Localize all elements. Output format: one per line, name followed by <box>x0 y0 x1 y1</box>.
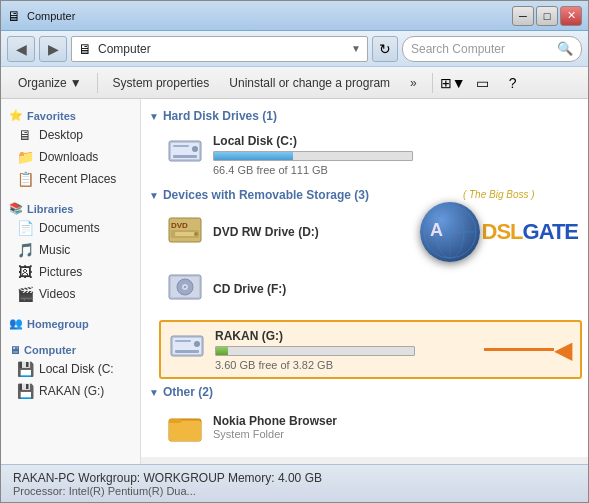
file-list-wrapper: ▼ Hard Disk Drives (1) Lo <box>141 99 588 464</box>
sidebar-item-local-disk[interactable]: 💾 Local Disk (C: <box>1 358 140 380</box>
help-button[interactable]: ? <box>499 70 527 96</box>
sidebar-item-recent-places[interactable]: 📋 Recent Places <box>1 168 140 190</box>
rakan-label: RAKAN (G:) <box>39 384 104 398</box>
main-content: ⭐ Favorites 🖥 Desktop 📁 Downloads 📋 Rece… <box>1 99 588 464</box>
sidebar-item-videos[interactable]: 🎬 Videos <box>1 283 140 305</box>
nokia-info: Nokia Phone Browser System Folder <box>213 414 337 440</box>
organize-button[interactable]: Organize ▼ <box>9 70 91 96</box>
search-bar[interactable]: Search Computer 🔍 <box>402 36 582 62</box>
minimize-button[interactable]: ─ <box>512 6 534 26</box>
refresh-button[interactable]: ↻ <box>372 36 398 62</box>
homegroup-icon: 👥 <box>9 317 23 330</box>
system-properties-label: System properties <box>113 76 210 90</box>
organize-dropdown-icon: ▼ <box>70 76 82 90</box>
organize-label: Organize <box>18 76 67 90</box>
toolbar-separator-2 <box>432 73 433 93</box>
downloads-icon: 📁 <box>17 149 33 165</box>
computer-header[interactable]: 🖥 Computer <box>1 340 140 358</box>
title-bar: 🖥 Computer ─ □ ✕ <box>1 1 588 31</box>
removable-header: Devices with Removable Storage (3) <box>163 188 369 202</box>
preview-pane-button[interactable]: ▭ <box>469 70 497 96</box>
sidebar-item-rakan[interactable]: 💾 RAKAN (G:) <box>1 380 140 402</box>
title-bar-left: 🖥 Computer <box>7 8 75 24</box>
address-bar[interactable]: 🖥 Computer ▼ <box>71 36 368 62</box>
window-icon: 🖥 <box>7 8 21 24</box>
local-disk-name: Local Disk (C:) <box>213 134 574 148</box>
local-disk-size: 66.4 GB free of 111 GB <box>213 164 574 176</box>
recent-places-icon: 📋 <box>17 171 33 187</box>
music-label: Music <box>39 243 70 257</box>
system-properties-button[interactable]: System properties <box>104 70 219 96</box>
other-section-header[interactable]: ▼ Other (2) <box>147 381 582 403</box>
nav-bar: ◀ ▶ 🖥 Computer ▼ ↻ Search Computer 🔍 <box>1 31 588 67</box>
documents-label: Documents <box>39 221 100 235</box>
svg-rect-8 <box>175 232 195 236</box>
svg-rect-4 <box>173 145 189 147</box>
svg-rect-2 <box>173 155 197 158</box>
other-header: Other (2) <box>163 385 213 399</box>
maximize-button[interactable]: □ <box>536 6 558 26</box>
back-button[interactable]: ◀ <box>7 36 35 62</box>
sidebar-item-downloads[interactable]: 📁 Downloads <box>1 146 140 168</box>
pictures-icon: 🖼 <box>17 264 33 280</box>
favorites-section: ⭐ Favorites 🖥 Desktop 📁 Downloads 📋 Rece… <box>1 105 140 190</box>
svg-point-9 <box>194 232 198 236</box>
address-dropdown-icon[interactable]: ▼ <box>351 43 361 54</box>
sidebar-item-music[interactable]: 🎵 Music <box>1 239 140 261</box>
libraries-label: Libraries <box>27 203 73 215</box>
rakan-drive-icon <box>169 328 205 371</box>
status-bar: RAKAN-PC Workgroup: WORKGROUP Memory: 4.… <box>1 464 588 502</box>
computer-icon: 🖥 <box>9 344 20 356</box>
favorites-header: ⭐ Favorites <box>1 105 140 124</box>
libraries-header: 📚 Libraries <box>1 198 140 217</box>
rakan-info: RAKAN (G:) 3.60 GB free of 3.82 GB <box>215 329 464 371</box>
forward-button[interactable]: ▶ <box>39 36 67 62</box>
local-disk-info: Local Disk (C:) 66.4 GB free of 111 GB <box>213 134 574 176</box>
star-icon: ⭐ <box>9 109 23 122</box>
local-disk-drive-item[interactable]: Local Disk (C:) 66.4 GB free of 111 GB <box>159 127 582 182</box>
dvd-drive-item[interactable]: DVD DVD RW Drive (D:) <box>159 206 582 261</box>
close-button[interactable]: ✕ <box>560 6 582 26</box>
nokia-item[interactable]: Nokia Phone Browser System Folder <box>159 403 582 451</box>
uninstall-label: Uninstall or change a program <box>229 76 390 90</box>
more-button[interactable]: » <box>401 70 426 96</box>
status-line2: Processor: Intel(R) Pentium(R) Dua... <box>13 485 576 497</box>
toolbar-separator-1 <box>97 73 98 93</box>
music-icon: 🎵 <box>17 242 33 258</box>
uninstall-button[interactable]: Uninstall or change a program <box>220 70 399 96</box>
homegroup-label: Homegroup <box>27 318 89 330</box>
svg-text:DVD: DVD <box>171 221 188 230</box>
sidebar-item-documents[interactable]: 📄 Documents <box>1 217 140 239</box>
sidebar-item-pictures[interactable]: 🖼 Pictures <box>1 261 140 283</box>
hard-disk-arrow-icon: ▼ <box>149 111 159 122</box>
removable-section-header[interactable]: ▼ Devices with Removable Storage (3) <box>147 184 582 206</box>
svg-rect-22 <box>169 419 181 423</box>
local-disk-bar <box>213 151 413 161</box>
svg-rect-17 <box>175 350 199 353</box>
svg-point-18 <box>194 341 200 347</box>
computer-label: Computer <box>24 344 76 356</box>
rakan-icon: 💾 <box>17 383 33 399</box>
dvd-name: DVD RW Drive (D:) <box>213 225 574 239</box>
desktop-label: Desktop <box>39 128 83 142</box>
dvd-info: DVD RW Drive (D:) <box>213 225 574 242</box>
rakan-fill <box>216 347 228 355</box>
videos-icon: 🎬 <box>17 286 33 302</box>
toolbar: Organize ▼ System properties Uninstall o… <box>1 67 588 99</box>
hard-disk-header: Hard Disk Drives (1) <box>163 109 277 123</box>
cd-drive-item[interactable]: CD Drive (F:) <box>159 263 582 318</box>
rakan-name: RAKAN (G:) <box>215 329 464 343</box>
search-icon[interactable]: 🔍 <box>557 41 573 56</box>
hard-disk-section-header[interactable]: ▼ Hard Disk Drives (1) <box>147 105 582 127</box>
other-arrow-icon: ▼ <box>149 387 159 398</box>
sidebar-item-desktop[interactable]: 🖥 Desktop <box>1 124 140 146</box>
change-view-button[interactable]: ⊞▼ <box>439 70 467 96</box>
search-placeholder: Search Computer <box>411 42 553 56</box>
homegroup-header[interactable]: 👥 Homegroup <box>1 313 140 332</box>
homegroup-section: 👥 Homegroup <box>1 313 140 332</box>
nokia-folder-icon <box>167 409 203 445</box>
desktop-icon: 🖥 <box>17 127 33 143</box>
local-disk-label: Local Disk (C: <box>39 362 114 376</box>
rakan-drive-item[interactable]: RAKAN (G:) 3.60 GB free of 3.82 GB ◀ <box>159 320 582 379</box>
videos-label: Videos <box>39 287 75 301</box>
